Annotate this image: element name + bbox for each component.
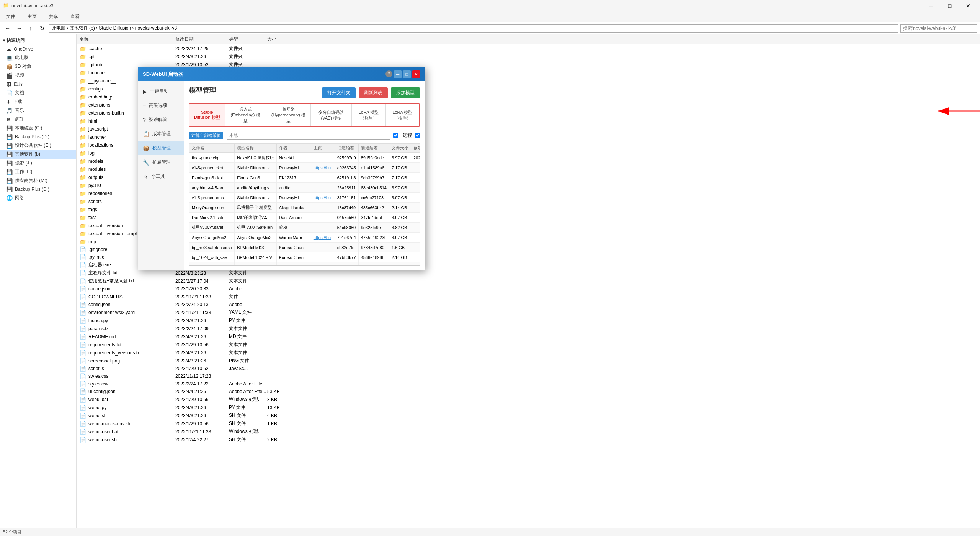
col-size[interactable]: 大小: [267, 36, 298, 43]
file-row[interactable]: 📁 .git 2023/4/3 21:26 文件夹: [77, 52, 980, 61]
model-tab-Stable-Dif[interactable]: Stable Diffusion 模型: [189, 104, 225, 126]
modal-nav-item-版本管理[interactable]: 📋 版本管理: [138, 127, 184, 141]
col-homepage[interactable]: 主页: [311, 144, 335, 153]
file-row[interactable]: 📄 styles.css 2022/11/12 17:23: [77, 372, 980, 380]
model-tab-嵌入式-(Embed[interactable]: 嵌入式 (Embedding) 模型: [225, 104, 266, 126]
file-row[interactable]: 📄 webui.bat 2023/1/29 10:56 Windows 处理..…: [77, 395, 980, 403]
file-row[interactable]: 📄 使用教程+常见问题.txt 2023/2/27 17:04 文本文件: [77, 277, 980, 285]
up-button[interactable]: ↑: [26, 24, 35, 33]
sidebar-item-documents[interactable]: 📄 文档: [0, 89, 76, 97]
file-row[interactable]: 📄 README.md 2023/4/3 21:26 MD 文件: [77, 333, 980, 341]
table-row[interactable]: 机甲v3.0AY.safet 机甲 v3.0 (SafeTen 箱格 54cb8…: [189, 223, 420, 233]
back-button[interactable]: ←: [3, 24, 12, 33]
model-url-link[interactable]: https://hu: [314, 166, 331, 170]
sidebar-item-j[interactable]: 💾 强带 (J:): [0, 159, 76, 167]
refresh-list-button[interactable]: 刷新列表: [359, 87, 388, 98]
file-row[interactable]: 📄 config.json 2023/2/24 20:13 Adobe: [77, 301, 980, 308]
search-input[interactable]: [900, 24, 977, 33]
cell-url[interactable]: https://hu: [311, 193, 335, 203]
quick-access-header[interactable]: ▾ 快速访问: [0, 36, 76, 45]
sidebar-item-desktop[interactable]: 🖥 桌面: [0, 115, 76, 124]
col-size[interactable]: 文件大小: [389, 144, 411, 153]
col-filename[interactable]: 文件名: [189, 144, 235, 153]
file-row[interactable]: 📄 cache.json 2023/1/20 20:33 Adobe: [77, 285, 980, 293]
table-row[interactable]: AbyssOrangeMix2 AbyssOrangeMix2 WarriorM…: [189, 233, 420, 243]
modal-nav-item-一键启动[interactable]: ▶ 一键启动: [138, 84, 184, 98]
forward-button[interactable]: →: [15, 24, 24, 33]
modal-close-button[interactable]: ✕: [412, 70, 420, 78]
modal-nav-item-模型管理[interactable]: 📦 模型管理: [138, 141, 184, 155]
model-tab-LoRA-模型（原生[interactable]: LoRA 模型（原生）: [352, 104, 385, 126]
sidebar-item-l[interactable]: 💾 工作 (L:): [0, 167, 76, 176]
table-row[interactable]: v1-5-pruned-ema Stable Diffusion v Runwa…: [189, 193, 420, 203]
modal-help-button[interactable]: ?: [385, 70, 392, 77]
sidebar-item-pc[interactable]: 💻 此电脑: [0, 53, 76, 62]
sidebar-item-c[interactable]: 💾 本地磁盘 (C:): [0, 124, 76, 133]
file-row[interactable]: 📄 screenshot.png 2023/4/3 21:26 PNG 文件: [77, 357, 980, 365]
modal-maximize-button[interactable]: □: [403, 70, 411, 78]
col-type[interactable]: 类型: [229, 36, 267, 43]
model-tab-超网络-(Hyper[interactable]: 超网络 (Hypernetwork) 模型: [266, 104, 311, 126]
sidebar-item-backup-d[interactable]: 💾 Backup Plus (D:): [0, 133, 76, 141]
col-name[interactable]: 名称: [80, 36, 175, 43]
calculate-hash-button[interactable]: 计算全部哈希值: [189, 132, 223, 139]
table-row[interactable]: bp_mk3.safetensorso BPModel MK3 Kurosu C…: [189, 243, 420, 252]
cell-url[interactable]: https://hu: [311, 233, 335, 243]
col-oldhash[interactable]: 旧短始着: [335, 144, 358, 153]
filter-input[interactable]: [227, 131, 390, 140]
sidebar-item-network[interactable]: 🌐 网络: [0, 193, 76, 202]
close-button[interactable]: ✕: [959, 0, 977, 11]
file-row[interactable]: 📄 environment-wsl2.yaml 2022/11/21 11:33…: [77, 308, 980, 316]
sidebar-item-design[interactable]: 💾 设计公共软件 (E:): [0, 141, 76, 150]
table-row[interactable]: final-prune.ckpt NovelAI 全量剪枝版 NovelAI 9…: [189, 153, 420, 163]
table-row[interactable]: anything-v4.5-pru andite/Anything v andi…: [189, 183, 420, 193]
file-row[interactable]: 📄 webui.py 2023/4/3 21:26 PY 文件 13 KB: [77, 403, 980, 411]
model-tab-LoRA-模型（插件[interactable]: LoRA 模型（插件）: [386, 104, 419, 126]
file-row[interactable]: 📄 CODEOWNERS 2022/11/21 11:33 文件: [77, 293, 980, 301]
col-modelname[interactable]: 模型名称: [235, 144, 277, 153]
table-row[interactable]: Abyss_7th_layer.cl Abyss + 7th layer god…: [189, 262, 420, 266]
modal-minimize-button[interactable]: ─: [394, 70, 402, 78]
sidebar-item-3d[interactable]: 📦 3D 对象: [0, 62, 76, 71]
file-row[interactable]: 📄 launch.py 2023/4/3 21:26 PY 文件: [77, 316, 980, 325]
model-tab-变分自编码器-(VA[interactable]: 变分自编码器 (VAE) 模型: [311, 104, 352, 126]
modal-nav-item-高级选项[interactable]: ≡ 高级选项: [138, 98, 184, 113]
table-row[interactable]: v1-5-pruned.ckpt Stable Diffusion v Runw…: [189, 163, 420, 173]
table-row[interactable]: DanMix-v2.1.safet Dan的道吻混v2. Dan_Arnuox …: [189, 213, 420, 223]
modal-nav-item-疑难解答[interactable]: ? 疑难解答: [138, 113, 184, 127]
sidebar-item-pictures[interactable]: 🖼 图片: [0, 80, 76, 89]
file-row[interactable]: 📄 ui-config.json 2023/4/4 21:26 Adobe Af…: [77, 388, 980, 395]
minimize-button[interactable]: ─: [923, 0, 940, 11]
model-url-link[interactable]: https://hu: [314, 235, 331, 240]
sidebar-item-onedrive[interactable]: ☁ OneDrive: [0, 45, 76, 53]
table-row[interactable]: bp_1024_with_vae BPModel 1024 + V Kurosu…: [189, 252, 420, 262]
modal-nav-item-小工具[interactable]: 🖨 小工具: [138, 169, 184, 184]
ribbon-tab-view[interactable]: 查看: [67, 12, 83, 21]
sidebar-item-m[interactable]: 💾 供应商资料 (M:): [0, 176, 76, 185]
col-newhash[interactable]: 新短始着: [358, 144, 389, 153]
address-input[interactable]: [49, 24, 898, 33]
cell-url[interactable]: https://hu: [311, 163, 335, 173]
sidebar-item-video[interactable]: 🎬 视频: [0, 71, 76, 80]
table-row[interactable]: Ekmix-gen3.ckpt Ekmix Gen3 EK12317 62519…: [189, 173, 420, 183]
ribbon-tab-file[interactable]: 文件: [3, 12, 18, 21]
modal-nav-item-扩展管理[interactable]: 🔧 扩展管理: [138, 155, 184, 169]
file-row[interactable]: 📄 script.js 2023/1/29 10:52 JavaSc...: [77, 365, 980, 372]
remote-filter-checkbox[interactable]: [415, 133, 420, 138]
sidebar-item-other[interactable]: 💾 其他软件 (b): [0, 150, 76, 159]
file-row[interactable]: 📄 params.txt 2023/2/24 17:09 文本文件: [77, 325, 980, 333]
file-row[interactable]: 📄 webui.sh 2023/4/3 21:26 SH 文件 6 KB: [77, 411, 980, 420]
sidebar-item-backup2[interactable]: 💾 Backup Plus (D:): [0, 185, 76, 193]
add-model-button[interactable]: 添加模型: [391, 87, 420, 98]
ribbon-tab-share[interactable]: 共享: [46, 12, 61, 21]
file-row[interactable]: 📄 requirements_versions.txt 2023/4/3 21:…: [77, 349, 980, 357]
col-date[interactable]: 修改日期: [175, 36, 229, 43]
file-row[interactable]: 📄 webui-user.bat 2022/11/21 11:33 Window…: [77, 428, 980, 436]
file-row[interactable]: 📄 styles.csv 2023/2/24 17:22 Adobe After…: [77, 380, 980, 388]
model-url-link[interactable]: https://hu: [314, 195, 331, 200]
ribbon-tab-home[interactable]: 主页: [24, 12, 40, 21]
maximize-button[interactable]: □: [941, 0, 959, 11]
file-row[interactable]: 📄 webui-macos-env.sh 2023/1/29 10:56 SH …: [77, 420, 980, 428]
sidebar-item-downloads[interactable]: ⬇ 下载: [0, 97, 76, 106]
open-folder-button[interactable]: 打开文件夹: [322, 87, 356, 98]
